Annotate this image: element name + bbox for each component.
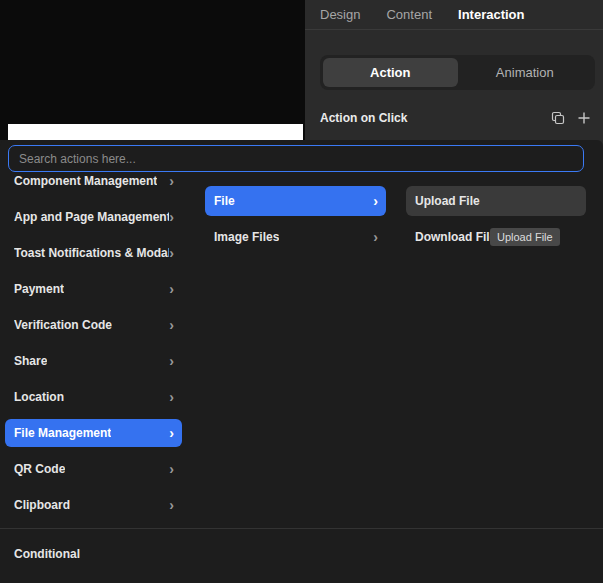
search-input[interactable] bbox=[8, 145, 584, 172]
category-location[interactable]: Location bbox=[5, 383, 182, 411]
category-label: App and Page Management bbox=[14, 210, 169, 224]
submenu-file[interactable]: File bbox=[205, 186, 386, 216]
duplicate-icon[interactable] bbox=[549, 109, 567, 127]
chevron-right-icon bbox=[169, 462, 174, 476]
inspector-tabs: Design Content Interaction bbox=[305, 0, 603, 30]
submenu-label: File bbox=[214, 194, 235, 208]
category-verification-code[interactable]: Verification Code bbox=[5, 311, 182, 339]
chevron-right-icon bbox=[373, 194, 378, 208]
chevron-right-icon bbox=[169, 426, 174, 440]
category-share[interactable]: Share bbox=[5, 347, 182, 375]
action-upload-file[interactable]: Upload File bbox=[406, 186, 586, 216]
category-app-and-page-management[interactable]: App and Page Management bbox=[5, 203, 182, 231]
chevron-right-icon bbox=[373, 230, 378, 244]
file-management-submenu: File Image Files bbox=[205, 186, 386, 258]
action-on-click-row: Action on Click bbox=[320, 107, 593, 129]
chevron-right-icon bbox=[169, 246, 174, 260]
chevron-right-icon bbox=[169, 282, 174, 296]
category-payment[interactable]: Payment bbox=[5, 275, 182, 303]
menu-item-conditional[interactable]: Conditional bbox=[5, 540, 182, 568]
file-actions-column: Upload File Download File bbox=[406, 186, 586, 258]
canvas-area bbox=[0, 0, 305, 140]
category-toast-notifications-modal[interactable]: Toast Notifications & Modal bbox=[5, 239, 182, 267]
upload-file-tooltip: Upload File bbox=[490, 228, 560, 246]
submenu-image-files[interactable]: Image Files bbox=[205, 222, 386, 252]
segment-action[interactable]: Action bbox=[323, 58, 458, 87]
chevron-right-icon bbox=[169, 498, 174, 512]
action-animation-switch: Action Animation bbox=[320, 55, 595, 90]
tab-interaction[interactable]: Interaction bbox=[458, 7, 524, 22]
action-select-menu: Component Management App and Page Manage… bbox=[0, 140, 603, 583]
category-clipboard[interactable]: Clipboard bbox=[5, 491, 182, 519]
category-label: Toast Notifications & Modal bbox=[14, 246, 169, 260]
category-label: Clipboard bbox=[14, 498, 70, 512]
canvas-page bbox=[8, 124, 303, 140]
category-label: Payment bbox=[14, 282, 64, 296]
category-label: Share bbox=[14, 354, 47, 368]
category-label: QR Code bbox=[14, 462, 65, 476]
chevron-right-icon bbox=[169, 174, 174, 188]
chevron-right-icon bbox=[169, 354, 174, 368]
category-qr-code[interactable]: QR Code bbox=[5, 455, 182, 483]
chevron-right-icon bbox=[169, 390, 174, 404]
category-list: Component Management App and Page Manage… bbox=[5, 167, 182, 527]
submenu-label: Image Files bbox=[214, 230, 279, 244]
category-label: Verification Code bbox=[14, 318, 112, 332]
category-label: File Management bbox=[14, 426, 111, 440]
add-action-icon[interactable] bbox=[575, 109, 593, 127]
action-on-click-label: Action on Click bbox=[320, 111, 541, 125]
segment-animation[interactable]: Animation bbox=[458, 58, 593, 87]
chevron-right-icon bbox=[169, 210, 174, 224]
action-label: Download File bbox=[415, 230, 496, 244]
menu-divider bbox=[0, 528, 603, 529]
action-label: Upload File bbox=[415, 194, 480, 208]
tab-design[interactable]: Design bbox=[320, 7, 360, 22]
chevron-right-icon bbox=[169, 318, 174, 332]
tab-content[interactable]: Content bbox=[386, 7, 432, 22]
conditional-label: Conditional bbox=[14, 547, 80, 561]
category-label: Component Management bbox=[14, 174, 157, 188]
category-file-management[interactable]: File Management bbox=[5, 419, 182, 447]
category-label: Location bbox=[14, 390, 64, 404]
